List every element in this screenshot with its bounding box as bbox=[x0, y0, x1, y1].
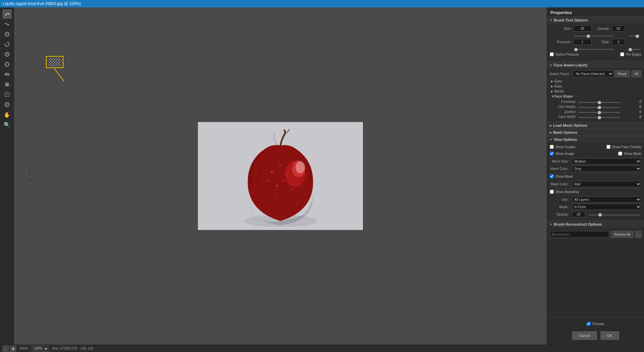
reconstruct-input[interactable] bbox=[550, 231, 609, 238]
select-faces-dropdown[interactable]: No Faces Detected bbox=[573, 70, 613, 77]
preview-checkbox-label[interactable]: Preview bbox=[587, 322, 604, 326]
forehead-slider[interactable] bbox=[578, 102, 621, 103]
left-toolbar: M T ✋ 🔍 bbox=[0, 7, 14, 345]
nose-subsection[interactable]: ▶ Nose bbox=[550, 84, 641, 89]
titlebar: Liquify (apple-food-fruit-39803.jpg @ 10… bbox=[0, 0, 644, 7]
nose-label: Nose bbox=[554, 84, 562, 88]
jawline-row: Jawline: 0 bbox=[550, 110, 641, 114]
show-mesh-checkbox-label[interactable]: Show Mesh bbox=[618, 152, 641, 156]
eyes-subsection[interactable]: ▶ Eyes bbox=[550, 79, 641, 84]
face-shape-triangle: ▼ bbox=[551, 95, 554, 98]
show-guides-label: Show Guides bbox=[555, 145, 575, 149]
reconstruct-tool[interactable] bbox=[2, 19, 12, 29]
title-text: Liquify (apple-food-fruit-39803.jpg @ 10… bbox=[3, 1, 81, 6]
cancel-button[interactable]: Cancel bbox=[572, 331, 597, 340]
mode-label: Mode: bbox=[550, 205, 570, 209]
svg-point-23 bbox=[286, 175, 288, 176]
face-width-label: Face Width: bbox=[553, 115, 578, 119]
eyes-label: Eyes bbox=[554, 79, 562, 83]
size-input[interactable] bbox=[573, 25, 592, 32]
smooth-tool[interactable] bbox=[2, 30, 12, 39]
brush-reconstruct-header[interactable]: ▼ Brush Reconstruct Options bbox=[547, 221, 644, 228]
collapse-triangle-brush: ▼ bbox=[550, 19, 552, 22]
mask-color-row: Mask Color: Red Green Blue Yellow bbox=[550, 181, 641, 187]
coords: 135, 131 bbox=[80, 347, 94, 350]
face-tool[interactable] bbox=[2, 100, 12, 109]
opacity-slider[interactable] bbox=[589, 215, 640, 216]
face-shape-header[interactable]: ▼ Face Shape bbox=[550, 94, 641, 100]
pin-edges-label[interactable]: Pin Edges bbox=[620, 52, 641, 56]
brush-tool-options-header[interactable]: ▼ Brush Tool Options bbox=[547, 16, 644, 23]
show-image-checkbox-label[interactable]: Show Image bbox=[550, 152, 574, 156]
pressure-input[interactable] bbox=[573, 39, 592, 45]
rate-input[interactable] bbox=[612, 39, 625, 45]
svg-marker-7 bbox=[6, 73, 8, 74]
checkerboard-cursor bbox=[49, 58, 61, 66]
show-face-overlay-checkbox-label[interactable]: Show Face Overlay bbox=[606, 145, 641, 149]
cursor-indicator bbox=[46, 56, 63, 68]
zoom-tool[interactable]: 🔍 bbox=[2, 120, 12, 129]
show-mesh-checkbox[interactable] bbox=[618, 152, 622, 156]
mask-options-header[interactable]: ▶ Mask Options bbox=[547, 129, 644, 136]
fit-screen-btn[interactable]: □ bbox=[3, 346, 9, 352]
face-aware-header[interactable]: ▼ Face-Aware Liquify bbox=[547, 61, 644, 68]
use-row: Use: All Layers Current Layer bbox=[550, 196, 641, 202]
size-density-row: Size: Density: bbox=[550, 25, 641, 32]
pressure-slider[interactable] bbox=[574, 49, 614, 50]
mask-options-label: Mask Options bbox=[553, 130, 577, 134]
mouth-triangle: ▶ bbox=[551, 90, 553, 93]
size-slider[interactable] bbox=[574, 36, 614, 37]
left-side-tab[interactable]: ◂ bbox=[28, 169, 31, 183]
bloat-tool[interactable] bbox=[2, 60, 12, 69]
freeze-mask-tool[interactable]: M bbox=[2, 80, 12, 89]
collapse-triangle-view: ▼ bbox=[550, 138, 552, 141]
stylus-pressure-label[interactable]: Stylus Pressure bbox=[550, 52, 579, 56]
bottom-buttons: Cancel OK bbox=[550, 329, 641, 342]
chin-height-row: Chin Height: 0 bbox=[550, 105, 641, 109]
thaw-mask-tool[interactable]: T bbox=[2, 90, 12, 99]
chin-height-slider[interactable] bbox=[578, 107, 621, 108]
mouth-subsection[interactable]: ▶ Mouth bbox=[550, 89, 641, 94]
stylus-pressure-checkbox[interactable] bbox=[550, 52, 554, 56]
panel-title: Properties bbox=[547, 7, 644, 16]
density-input[interactable] bbox=[612, 25, 625, 32]
mesh-color-select[interactable]: Gray Red Green Blue bbox=[572, 166, 641, 172]
mouth-label: Mouth bbox=[554, 90, 564, 93]
restore-all-button[interactable]: Restore All bbox=[611, 231, 633, 238]
hand-tool[interactable]: ✋ bbox=[2, 110, 12, 119]
use-select[interactable]: All Layers Current Layer bbox=[572, 196, 641, 202]
fill-screen-btn[interactable]: ▣ bbox=[10, 346, 16, 352]
extra-button[interactable]: ... bbox=[635, 231, 641, 238]
mode-select[interactable]: In Front Behind Blend bbox=[572, 204, 641, 210]
reset-button[interactable]: Reset bbox=[615, 70, 630, 77]
density-slider[interactable] bbox=[629, 36, 641, 37]
mesh-size-select[interactable]: Medium Small Large bbox=[572, 158, 641, 164]
twirl-clockwise-tool[interactable] bbox=[2, 40, 12, 49]
bottom-action-area: Preview Cancel OK bbox=[547, 317, 644, 345]
jawline-slider[interactable] bbox=[578, 112, 621, 113]
preview-checkbox[interactable] bbox=[587, 322, 591, 326]
eyes-triangle: ▶ bbox=[551, 80, 553, 83]
opacity-input[interactable] bbox=[572, 211, 585, 217]
rate-slider[interactable] bbox=[629, 49, 641, 50]
show-guides-checkbox[interactable] bbox=[550, 145, 554, 149]
show-mask-checkbox[interactable] bbox=[550, 174, 554, 178]
pin-edges-checkbox[interactable] bbox=[620, 52, 624, 56]
forward-warp-tool[interactable] bbox=[2, 9, 12, 19]
face-width-slider[interactable] bbox=[578, 117, 621, 118]
ok-button[interactable]: OK bbox=[600, 331, 619, 340]
push-left-tool[interactable] bbox=[2, 70, 12, 79]
svg-point-13 bbox=[6, 104, 7, 105]
show-backdrop-checkbox-label[interactable]: Show Backdrop bbox=[550, 190, 579, 194]
show-backdrop-checkbox[interactable] bbox=[550, 190, 554, 194]
show-face-overlay-checkbox[interactable] bbox=[606, 145, 610, 149]
show-mask-checkbox-label[interactable]: Show Mask bbox=[550, 174, 573, 178]
zoom-select[interactable]: 100% 50% 200% bbox=[32, 346, 49, 352]
load-mesh-header[interactable]: ▶ Load Mesh Options bbox=[547, 122, 644, 129]
pucker-tool[interactable] bbox=[2, 50, 12, 59]
all-button[interactable]: All bbox=[632, 70, 641, 77]
show-image-checkbox[interactable] bbox=[550, 152, 554, 156]
view-options-header[interactable]: ▼ View Options bbox=[547, 136, 644, 143]
show-guides-checkbox-label[interactable]: Show Guides bbox=[550, 145, 575, 149]
mask-color-select[interactable]: Red Green Blue Yellow bbox=[572, 181, 641, 187]
